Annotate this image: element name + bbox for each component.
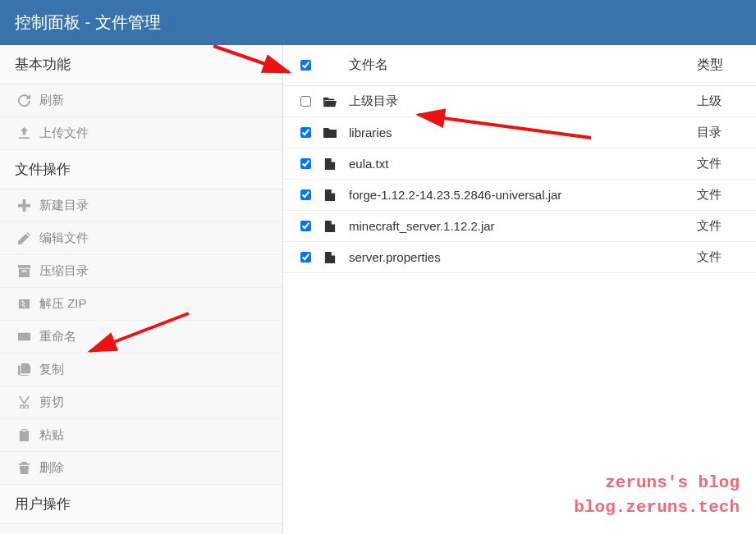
header-type: 类型 — [697, 57, 746, 74]
sidebar-item-unzip[interactable]: 解压 ZIP — [0, 288, 282, 321]
sidebar-item-card[interactable]: 重命名 — [0, 321, 282, 354]
folder-open-icon — [318, 96, 342, 107]
sidebar-item-copy[interactable]: 复制 — [0, 354, 282, 386]
table-row[interactable]: eula.txt文件 — [283, 148, 756, 180]
sidebar-section-title: 基本功能 — [0, 45, 282, 84]
file-type: 文件 — [697, 187, 746, 203]
card-icon — [15, 331, 33, 343]
file-type: 文件 — [697, 156, 746, 171]
sidebar-section-title: 文件操作 — [0, 150, 282, 189]
paste-icon — [15, 429, 33, 441]
file-type: 文件 — [697, 218, 746, 234]
archive-icon — [15, 265, 33, 277]
row-checkbox[interactable] — [300, 252, 311, 262]
watermark: zeruns's blog blog.zeruns.tech — [574, 471, 740, 519]
folder-icon — [318, 127, 342, 139]
file-name: libraries — [342, 126, 697, 139]
row-checkbox[interactable] — [300, 96, 311, 107]
sidebar-item-label: 压缩目录 — [39, 263, 89, 279]
row-checkbox[interactable] — [300, 158, 311, 169]
row-checkbox[interactable] — [300, 189, 311, 200]
plus-icon — [15, 199, 33, 212]
sidebar: 基本功能刷新上传文件文件操作新建目录编辑文件压缩目录解压 ZIP重命名复制剪切粘… — [0, 45, 283, 534]
upload-icon — [15, 127, 33, 139]
sidebar-item-label: 编辑文件 — [39, 230, 89, 246]
file-name: forge-1.12.2-14.23.5.2846-universal.jar — [342, 188, 697, 202]
sidebar-section-title: 用户操作 — [0, 485, 282, 524]
trash-icon — [15, 462, 33, 474]
pencil-icon — [15, 232, 33, 244]
file-type: 文件 — [697, 249, 746, 265]
sidebar-item-label: 删除 — [39, 460, 64, 476]
refresh-icon — [15, 94, 33, 107]
sidebar-item-label: 刷新 — [39, 93, 64, 108]
sidebar-item-trash[interactable]: 删除 — [0, 452, 282, 485]
sidebar-item-cut[interactable]: 剪切 — [0, 386, 282, 419]
table-row[interactable]: forge-1.12.2-14.23.5.2846-universal.jar文… — [283, 180, 756, 211]
file-icon — [318, 252, 342, 263]
file-name: 上级目录 — [342, 94, 697, 109]
sidebar-item-label: 上传文件 — [39, 126, 89, 141]
sidebar-item-archive[interactable]: 压缩目录 — [0, 255, 282, 288]
sidebar-item-plus[interactable]: 新建目录 — [0, 189, 282, 222]
file-icon — [318, 158, 342, 170]
sidebar-item-label: 解压 ZIP — [39, 296, 87, 312]
sidebar-item-label: 重命名 — [39, 329, 76, 345]
sidebar-item-pencil[interactable]: 编辑文件 — [0, 222, 282, 255]
table-row[interactable]: 上级目录上级 — [283, 86, 756, 117]
page-title: 控制面板 - 文件管理 — [0, 0, 756, 45]
file-type: 目录 — [697, 125, 746, 140]
table-row[interactable]: minecraft_server.1.12.2.jar文件 — [283, 211, 756, 242]
copy-icon — [15, 363, 33, 376]
row-checkbox[interactable] — [300, 127, 311, 138]
sidebar-item-refresh[interactable]: 刷新 — [0, 84, 282, 117]
sidebar-item-label: 剪切 — [39, 395, 64, 410]
sidebar-item-label: 复制 — [39, 362, 64, 377]
file-name: server.properties — [342, 250, 697, 264]
cut-icon — [15, 396, 33, 408]
unzip-icon — [15, 298, 33, 310]
select-all-checkbox[interactable] — [300, 60, 311, 71]
sidebar-item-upload[interactable]: 上传文件 — [0, 117, 282, 150]
table-row[interactable]: server.properties文件 — [283, 242, 756, 273]
sidebar-item-paste[interactable]: 粘贴 — [0, 419, 282, 452]
file-icon — [318, 189, 342, 201]
file-table: 文件名 类型 上级目录上级libraries目录eula.txt文件forge-… — [283, 45, 756, 534]
sidebar-item-asterisk[interactable]: 使用提示 — [0, 524, 282, 534]
file-name: eula.txt — [342, 157, 697, 171]
file-icon — [318, 221, 342, 232]
header-name: 文件名 — [342, 57, 697, 74]
sidebar-item-label: 粘贴 — [39, 427, 64, 443]
table-header-row: 文件名 类型 — [283, 45, 756, 86]
row-checkbox[interactable] — [300, 221, 311, 231]
file-name: minecraft_server.1.12.2.jar — [342, 219, 697, 233]
file-type: 上级 — [697, 94, 746, 109]
table-row[interactable]: libraries目录 — [283, 117, 756, 148]
sidebar-item-label: 新建目录 — [39, 198, 89, 213]
